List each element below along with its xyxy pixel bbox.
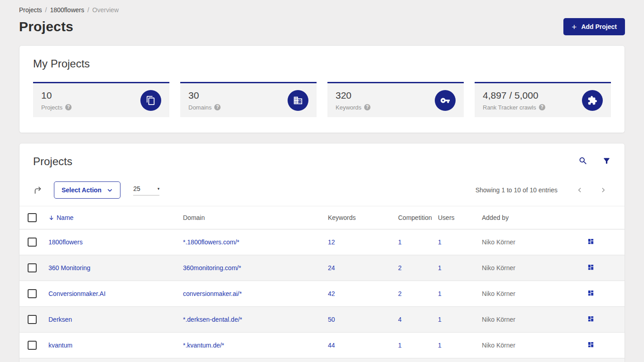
competition-count[interactable]: 1	[398, 238, 402, 246]
puzzle-icon	[582, 90, 603, 111]
projects-table: Name Domain Keywords Competition Users A…	[19, 206, 625, 362]
table-header-row: Name Domain Keywords Competition Users A…	[19, 206, 625, 229]
add-project-label: Add Project	[581, 23, 617, 30]
dashboard-icon[interactable]	[587, 238, 594, 245]
stat-card-keywords: 320 Keywords ?	[327, 82, 464, 117]
users-count[interactable]: 1	[438, 238, 442, 246]
stat-card-domains: 30 Domains ?	[180, 82, 317, 117]
dashboard-icon[interactable]	[587, 264, 594, 271]
breadcrumb-overview: Overview	[92, 6, 119, 14]
export-icon[interactable]	[33, 185, 43, 195]
key-icon	[435, 90, 456, 111]
page-size-value: 25	[133, 185, 140, 192]
breadcrumb-1800flowers[interactable]: 1800flowers	[50, 6, 84, 14]
project-name-link[interactable]: kvantum	[48, 342, 72, 349]
projects-copy-icon	[140, 90, 161, 111]
title-row: Projects + Add Project	[19, 18, 625, 35]
column-header-name[interactable]: Name	[48, 206, 183, 229]
caret-down-icon: ▾	[158, 186, 160, 191]
filter-icon[interactable]	[602, 157, 611, 167]
row-checkbox[interactable]	[28, 263, 37, 272]
stat-label-crawls: Rank Tracker crawls	[483, 104, 536, 111]
column-header-added-by[interactable]: Added by	[482, 206, 572, 229]
column-header-keywords[interactable]: Keywords	[328, 206, 398, 229]
project-domain-link[interactable]: *.kvantum.de/*	[183, 342, 224, 349]
row-checkbox[interactable]	[28, 289, 37, 298]
table-row: Derksen *.derksen-dental.de/* 50 4 1 Nik…	[19, 307, 625, 333]
breadcrumb-separator: /	[87, 6, 89, 14]
keywords-count[interactable]: 44	[328, 342, 335, 349]
stats-row: 10 Projects ? 30 Domains ?	[33, 82, 611, 117]
keywords-count[interactable]: 42	[328, 290, 335, 297]
added-by-value: Niko Körner	[482, 290, 515, 297]
added-by-value: Niko Körner	[482, 316, 515, 323]
page-size-select[interactable]: 25 ▾	[133, 185, 159, 195]
row-checkbox[interactable]	[28, 315, 37, 324]
project-domain-link[interactable]: 360monitoring.com/*	[183, 264, 241, 272]
project-name-link[interactable]: 1800flowers	[48, 238, 83, 246]
added-by-value: Niko Körner	[482, 342, 515, 349]
select-all-checkbox[interactable]	[28, 213, 37, 222]
dashboard-icon[interactable]	[587, 290, 594, 296]
projects-panel-title: Projects	[33, 155, 72, 168]
dashboard-icon[interactable]	[587, 341, 594, 348]
competition-count[interactable]: 4	[398, 316, 402, 323]
help-icon[interactable]: ?	[214, 104, 221, 110]
table-controls: Select Action 25 ▾ Showing 1 to 10 of 10…	[19, 181, 625, 199]
stat-value-projects: 10	[41, 90, 72, 101]
keywords-count[interactable]: 24	[328, 264, 335, 272]
project-domain-link[interactable]: *.1800flowers.com/*	[183, 238, 240, 246]
add-project-button[interactable]: + Add Project	[563, 18, 625, 35]
column-header-competition[interactable]: Competition	[398, 206, 438, 229]
added-by-value: Niko Körner	[482, 238, 515, 246]
row-checkbox[interactable]	[28, 238, 37, 247]
building-icon	[288, 90, 308, 111]
page-title: Projects	[19, 19, 73, 34]
stat-value-domains: 30	[188, 90, 221, 101]
select-action-dropdown[interactable]: Select Action	[54, 181, 120, 199]
plus-icon: +	[572, 23, 577, 31]
sort-desc-icon	[48, 215, 54, 221]
breadcrumb-projects[interactable]: Projects	[19, 6, 42, 14]
column-header-domain[interactable]: Domain	[183, 206, 328, 229]
project-name-link[interactable]: Conversionmaker.AI	[48, 290, 106, 297]
users-count[interactable]: 1	[438, 264, 442, 272]
stat-card-projects: 10 Projects ?	[33, 82, 169, 117]
select-action-label: Select Action	[62, 186, 101, 194]
help-icon[interactable]: ?	[65, 104, 72, 110]
keywords-count[interactable]: 50	[328, 316, 335, 323]
project-domain-link[interactable]: *.derksen-dental.de/*	[183, 316, 242, 323]
keywords-count[interactable]: 12	[328, 238, 335, 246]
column-header-users[interactable]: Users	[438, 206, 482, 229]
dashboard-icon[interactable]	[587, 315, 594, 322]
table-row: kvantum *.kvantum.de/* 44 1 1 Niko Körne…	[19, 333, 625, 358]
users-count[interactable]: 1	[438, 316, 442, 323]
users-count[interactable]: 1	[438, 342, 442, 349]
projects-panel: Projects Select Action 25 ▾	[19, 143, 625, 362]
project-name-link[interactable]: Derksen	[48, 316, 72, 323]
stat-value-keywords: 320	[336, 90, 370, 101]
competition-count[interactable]: 2	[398, 290, 402, 297]
page: Projects / 1800flowers / Overview Projec…	[0, 0, 644, 362]
project-name-link[interactable]: 360 Monitoring	[48, 264, 91, 272]
my-projects-title: My Projects	[33, 57, 611, 70]
search-icon[interactable]	[578, 156, 588, 167]
help-icon[interactable]: ?	[364, 104, 370, 110]
row-checkbox[interactable]	[28, 341, 37, 350]
competition-count[interactable]: 1	[398, 342, 402, 349]
added-by-value: Niko Körner	[482, 264, 515, 272]
stat-card-crawls: 4,897 / 5,000 Rank Tracker crawls ?	[475, 82, 611, 117]
pagination-prev-icon[interactable]	[577, 187, 583, 193]
stat-label-domains: Domains	[188, 104, 211, 111]
competition-count[interactable]: 2	[398, 264, 402, 272]
table-row	[19, 358, 625, 362]
breadcrumb: Projects / 1800flowers / Overview	[19, 6, 625, 14]
help-icon[interactable]: ?	[539, 104, 545, 110]
stat-value-crawls: 4,897 / 5,000	[483, 90, 545, 101]
pagination-next-icon[interactable]	[600, 187, 606, 193]
showing-entries-text: Showing 1 to 10 of 10 entries	[476, 186, 557, 194]
table-row: 1800flowers *.1800flowers.com/* 12 1 1 N…	[19, 229, 625, 255]
stat-label-keywords: Keywords	[336, 104, 361, 111]
users-count[interactable]: 1	[438, 290, 442, 297]
project-domain-link[interactable]: conversionmaker.ai/*	[183, 290, 242, 297]
